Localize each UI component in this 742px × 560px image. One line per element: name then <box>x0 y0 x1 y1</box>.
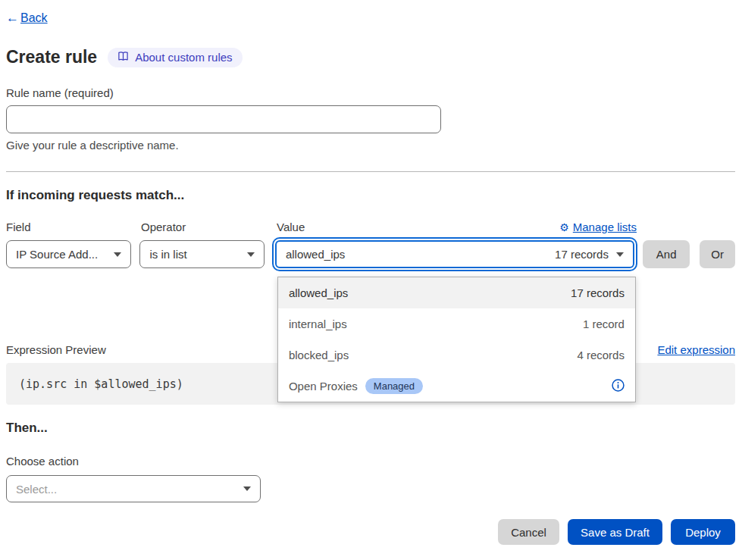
operator-column-label: Operator <box>141 221 271 233</box>
list-option-count: 1 record <box>583 318 625 330</box>
cancel-button[interactable]: Cancel <box>498 519 559 545</box>
list-option-blocked-ips[interactable]: blocked_ips 4 records <box>278 339 635 371</box>
chevron-down-icon <box>114 252 121 257</box>
chevron-down-icon <box>616 252 624 257</box>
expression-code: (ip.src in $allowed_ips) <box>19 377 183 391</box>
chevron-down-icon <box>247 252 255 257</box>
list-option-allowed-ips[interactable]: allowed_ips 17 records <box>278 277 635 308</box>
list-option-internal-ips[interactable]: internal_ips 1 record <box>278 308 635 339</box>
manage-lists-label: Manage lists <box>573 221 637 233</box>
list-option-name: blocked_ips <box>289 349 349 361</box>
list-option-name: Open Proxies <box>289 380 358 393</box>
or-button[interactable]: Or <box>700 240 735 268</box>
value-column-label: Value <box>277 221 305 233</box>
action-select-placeholder: Select... <box>16 483 57 496</box>
list-option-open-proxies[interactable]: Open Proxies Managed <box>278 371 635 402</box>
footer-actions: Cancel Save as Draft Deploy <box>6 519 735 545</box>
rule-name-label: Rule name (required) <box>6 86 735 99</box>
expression-builder: Field Operator Value ⚙ Manage lists IP S… <box>6 221 735 268</box>
list-option-count: 4 records <box>577 349 625 361</box>
back-link-label: Back <box>20 11 48 25</box>
info-icon[interactable] <box>612 379 625 394</box>
rule-name-helper-text: Give your rule a descriptive name. <box>6 139 735 152</box>
create-rule-page: ←Back Create rule About custom rules Rul… <box>0 0 742 545</box>
value-select-wrapper: allowed_ips 17 records allowed_ips 17 re… <box>275 240 634 268</box>
back-arrow-icon: ← <box>6 11 19 26</box>
value-select-value: allowed_ips <box>286 248 345 261</box>
field-column-label: Field <box>6 221 141 233</box>
back-link[interactable]: ←Back <box>6 11 48 26</box>
about-custom-rules-label: About custom rules <box>135 51 232 64</box>
builder-labels-row: Field Operator Value ⚙ Manage lists <box>6 221 735 233</box>
then-section-heading: Then... <box>6 421 735 436</box>
gear-icon: ⚙ <box>559 221 569 233</box>
expression-preview-label: Expression Preview <box>6 343 106 356</box>
edit-expression-link[interactable]: Edit expression <box>657 343 735 356</box>
value-label-row: Value ⚙ Manage lists <box>271 221 637 233</box>
title-row: Create rule About custom rules <box>6 47 735 67</box>
chevron-down-icon <box>243 486 251 491</box>
and-button[interactable]: And <box>643 240 690 268</box>
value-select[interactable]: allowed_ips 17 records <box>275 240 634 268</box>
list-option-name: allowed_ips <box>289 286 348 299</box>
condition-row: IP Source Add... is in list allowed_ips … <box>6 240 735 268</box>
manage-lists-link[interactable]: ⚙ Manage lists <box>559 221 637 233</box>
about-custom-rules-link[interactable]: About custom rules <box>108 48 242 67</box>
managed-badge: Managed <box>365 378 423 394</box>
choose-action-label: Choose action <box>6 455 735 468</box>
list-option-name: internal_ips <box>289 318 347 330</box>
match-section-heading: If incoming requests match... <box>6 188 735 203</box>
list-dropdown-menu: allowed_ips 17 records internal_ips 1 re… <box>277 277 636 402</box>
field-select-value: IP Source Add... <box>16 248 98 261</box>
section-divider <box>6 171 735 172</box>
page-title: Create rule <box>6 47 97 67</box>
save-as-draft-button[interactable]: Save as Draft <box>568 519 662 545</box>
action-select[interactable]: Select... <box>6 475 261 502</box>
list-option-count: 17 records <box>571 286 625 299</box>
operator-select[interactable]: is in list <box>139 240 264 268</box>
rule-name-input[interactable] <box>6 105 441 133</box>
book-icon <box>117 51 129 64</box>
operator-select-value: is in list <box>149 248 186 261</box>
deploy-button[interactable]: Deploy <box>671 519 735 545</box>
field-select[interactable]: IP Source Add... <box>6 240 131 268</box>
value-select-records: 17 records <box>555 248 609 261</box>
